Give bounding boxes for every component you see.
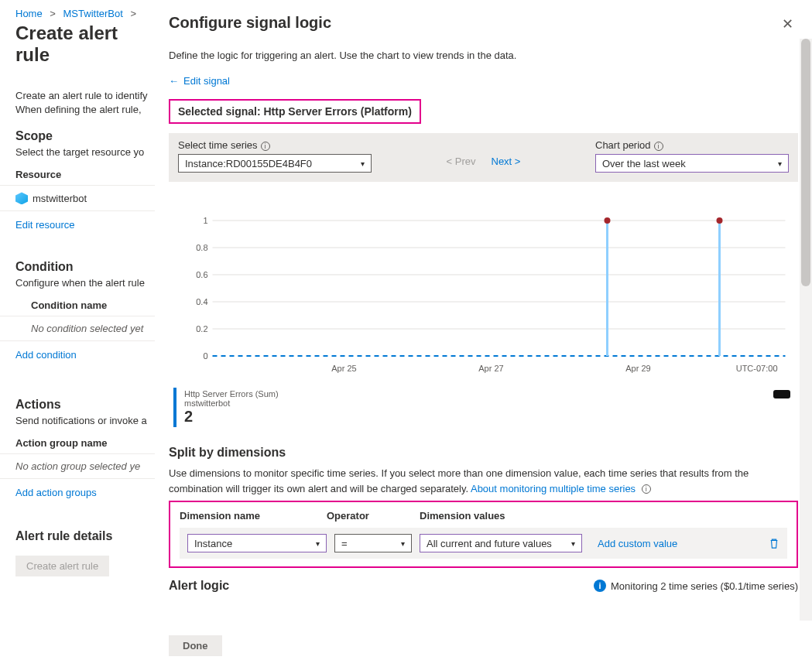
dimensions-heading: Split by dimensions (169, 446, 798, 460)
actions-heading: Actions (0, 361, 170, 415)
intro-text: Create an alert rule to identify When de… (0, 89, 170, 117)
action-none-row: No action group selected ye (0, 454, 170, 479)
add-custom-value-link[interactable]: Add custom value (598, 538, 677, 549)
chart-timezone: UTC-07:00 (736, 364, 778, 373)
redacted-block (773, 390, 790, 398)
info-blue-icon: i (594, 580, 606, 592)
resource-icon (15, 192, 28, 204)
page-title: Create alert rule (0, 22, 170, 74)
breadcrumb-sep: > (50, 8, 56, 19)
about-time-series-link[interactable]: About monitoring multiple time series (471, 483, 636, 494)
breadcrumb-sep2: > (130, 8, 136, 19)
chevron-down-icon: ▾ (571, 539, 575, 548)
legend-title: Http Server Errors (Sum) (184, 389, 279, 398)
add-action-link[interactable]: Add action groups (15, 487, 97, 498)
breadcrumb-home[interactable]: Home (15, 8, 43, 19)
dimension-values-select[interactable]: All current and future values▾ (420, 534, 582, 552)
create-alert-rule-button[interactable]: Create alert rule (15, 556, 109, 576)
close-icon[interactable]: ✕ (777, 14, 798, 34)
resource-name: mstwitterbot (33, 193, 87, 204)
condition-heading: Condition (0, 231, 170, 277)
back-arrow-icon: ← (169, 75, 179, 87)
svg-text:0.6: 0.6 (196, 270, 207, 279)
resource-row[interactable]: mstwitterbot (0, 186, 170, 211)
selected-signal-value: Http Server Errors (Platform) (263, 105, 411, 118)
scope-desc: Select the target resource yo (0, 146, 170, 164)
scrollbar-thumb[interactable] (801, 39, 810, 286)
chevron-down-icon: ▾ (778, 159, 782, 168)
dimensions-desc: Use dimensions to monitor specific time … (169, 466, 765, 496)
timeseries-label: Select time seriesi (178, 139, 372, 151)
prev-page: < Prev (447, 156, 476, 167)
details-heading: Alert rule details (0, 498, 170, 545)
dim-col-values: Dimension values (420, 510, 590, 522)
svg-text:0.8: 0.8 (196, 243, 207, 252)
dim-col-operator: Operator (327, 510, 420, 522)
alert-logic-heading: Alert logic (169, 579, 229, 593)
panel-title: Configure signal logic (169, 14, 331, 32)
svg-point-13 (605, 217, 611, 224)
chart-period-select[interactable]: Over the last week ▾ (595, 154, 789, 173)
chart: 1 0.8 0.6 0.4 0.2 0 Apr 25 Apr 27 Apr 29… (169, 190, 798, 383)
actions-desc: Send notifications or invoke a (0, 415, 170, 433)
svg-point-15 (717, 217, 723, 224)
scope-heading: Scope (0, 117, 170, 146)
dimensions-box: Dimension name Operator Dimension values… (169, 501, 798, 568)
chart-legend: Http Server Errors (Sum) mstwitterbot 2 (173, 388, 286, 427)
dimension-name-select[interactable]: Instance▾ (187, 534, 327, 552)
chevron-down-icon: ▾ (401, 539, 405, 548)
svg-text:0.4: 0.4 (196, 297, 207, 306)
resource-col-header: Resource (0, 164, 170, 186)
svg-text:Apr 27: Apr 27 (478, 364, 503, 373)
svg-text:0.2: 0.2 (196, 324, 207, 334)
delete-icon[interactable] (769, 537, 779, 549)
info-icon[interactable]: i (642, 484, 651, 494)
dim-col-name: Dimension name (180, 510, 327, 522)
selected-signal-box: Selected signal: Http Server Errors (Pla… (169, 99, 421, 124)
done-button[interactable]: Done (169, 635, 222, 656)
info-icon[interactable]: i (654, 142, 663, 151)
condition-desc: Configure when the alert rule (0, 277, 170, 295)
dimension-row: Instance▾ =▾ All current and future valu… (180, 528, 787, 559)
breadcrumb-item[interactable]: MSTwitterBot (63, 8, 123, 19)
svg-text:1: 1 (203, 216, 207, 225)
svg-text:Apr 25: Apr 25 (331, 364, 356, 373)
next-page[interactable]: Next > (492, 156, 521, 167)
monitoring-note: i Monitoring 2 time series ($0.1/time se… (594, 580, 798, 592)
legend-value: 2 (184, 408, 279, 426)
scrollbar[interactable] (800, 39, 812, 621)
chevron-down-icon: ▾ (361, 159, 365, 168)
chart-toolbar: Select time seriesi Instance:RD00155DE4B… (169, 133, 798, 182)
selected-signal-prefix: Selected signal: (178, 105, 263, 118)
legend-subtitle: mstwitterbot (184, 398, 279, 408)
svg-text:0: 0 (203, 351, 207, 361)
svg-text:Apr 29: Apr 29 (625, 364, 650, 373)
timeseries-select[interactable]: Instance:RD00155DE4B4F0 ▾ (178, 154, 372, 173)
action-col-header: Action group name (0, 433, 170, 454)
add-condition-link[interactable]: Add condition (15, 349, 77, 361)
panel-subtitle: Define the logic for triggering an alert… (169, 50, 798, 61)
info-icon[interactable]: i (261, 142, 270, 151)
chart-period-label: Chart periodi (595, 139, 789, 151)
condition-none-row: No condition selected yet (0, 316, 170, 341)
chevron-down-icon: ▾ (316, 539, 320, 548)
condition-col-header: Condition name (0, 295, 170, 316)
dimension-operator-select[interactable]: =▾ (334, 534, 412, 552)
edit-resource-link[interactable]: Edit resource (15, 219, 75, 231)
edit-signal-link[interactable]: Edit signal (183, 75, 230, 87)
